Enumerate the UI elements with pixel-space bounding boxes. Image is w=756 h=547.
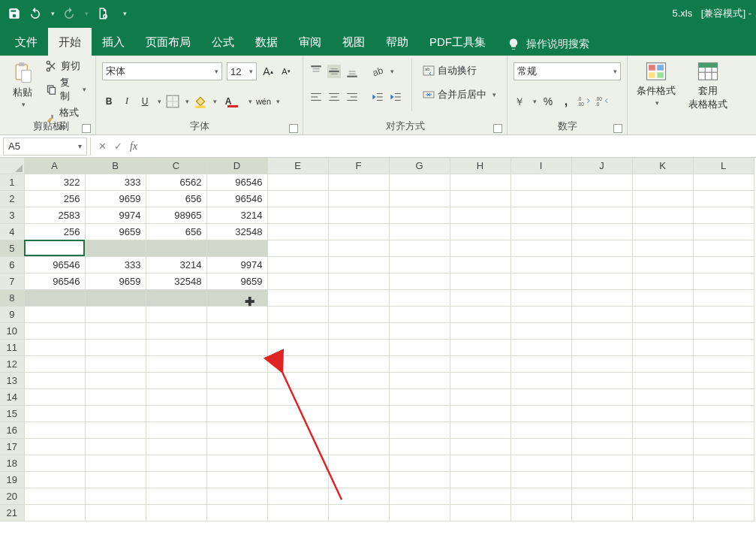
cell-H17[interactable] xyxy=(450,438,511,455)
cell-E7[interactable] xyxy=(267,273,328,289)
cell-C14[interactable] xyxy=(146,388,206,405)
cell-K2[interactable] xyxy=(632,190,693,207)
cell-L5[interactable] xyxy=(693,240,754,256)
cell-C2[interactable]: 656 xyxy=(146,190,206,207)
cell-F5[interactable] xyxy=(328,240,389,256)
merge-center-button[interactable]: 合并后居中▾ xyxy=(420,83,499,107)
cell-L20[interactable] xyxy=(693,488,754,504)
cell-K10[interactable] xyxy=(632,322,693,339)
cell-L13[interactable] xyxy=(693,372,754,388)
cell-J4[interactable] xyxy=(571,223,632,240)
cell-A8[interactable] xyxy=(24,289,85,306)
cell-L6[interactable] xyxy=(693,256,754,273)
align-right-icon[interactable] xyxy=(345,90,359,104)
cell-D19[interactable] xyxy=(206,471,267,488)
cell-B14[interactable] xyxy=(85,388,146,405)
spreadsheet-grid[interactable]: ABCDEFGHIJKL 132233365629654622569659656… xyxy=(0,158,754,521)
cell-A3[interactable]: 2583 xyxy=(24,207,85,223)
row-header-3[interactable]: 3 xyxy=(0,207,24,223)
cell-L1[interactable] xyxy=(693,174,754,190)
cell-L16[interactable] xyxy=(693,422,754,438)
cell-L7[interactable] xyxy=(693,273,754,289)
cell-D2[interactable]: 96546 xyxy=(206,190,267,207)
cell-C3[interactable]: 98965 xyxy=(146,207,206,223)
cell-D5[interactable] xyxy=(206,240,267,256)
cell-H20[interactable] xyxy=(450,488,511,504)
row-header-12[interactable]: 12 xyxy=(0,355,24,372)
cell-D7[interactable]: 9659 xyxy=(206,273,267,289)
tab-file[interactable]: 文件 xyxy=(5,28,48,56)
row-header-1[interactable]: 1 xyxy=(0,174,24,190)
cell-F2[interactable] xyxy=(328,190,389,207)
cell-A16[interactable] xyxy=(24,422,85,438)
print-preview-icon[interactable] xyxy=(96,7,110,20)
cell-J5[interactable] xyxy=(571,240,632,256)
cell-C20[interactable] xyxy=(146,488,206,504)
cell-D11[interactable] xyxy=(206,339,267,355)
underline-button[interactable]: U xyxy=(138,95,152,108)
border-button[interactable] xyxy=(166,95,179,108)
row-header-11[interactable]: 11 xyxy=(0,339,24,355)
cell-C1[interactable]: 6562 xyxy=(146,174,206,190)
cell-D3[interactable]: 3214 xyxy=(206,207,267,223)
cell-E5[interactable] xyxy=(267,240,328,256)
cell-B11[interactable] xyxy=(85,339,146,355)
cell-J1[interactable] xyxy=(571,174,632,190)
cell-H11[interactable] xyxy=(450,339,511,355)
cell-F10[interactable] xyxy=(328,322,389,339)
cell-L12[interactable] xyxy=(693,355,754,372)
cell-E6[interactable] xyxy=(267,256,328,273)
cell-A14[interactable] xyxy=(24,388,85,405)
font-launcher[interactable] xyxy=(289,124,298,133)
cell-F16[interactable] xyxy=(328,422,389,438)
row-header-15[interactable]: 15 xyxy=(0,405,24,422)
select-all-corner[interactable] xyxy=(0,158,24,174)
cell-D8[interactable] xyxy=(206,289,267,306)
cell-I10[interactable] xyxy=(511,322,571,339)
comma-button[interactable]: , xyxy=(559,95,573,108)
cell-D21[interactable] xyxy=(206,504,267,521)
cell-K1[interactable] xyxy=(632,174,693,190)
tab-data[interactable]: 数据 xyxy=(245,28,288,56)
cell-B20[interactable] xyxy=(85,488,146,504)
cell-J20[interactable] xyxy=(571,488,632,504)
align-middle-icon[interactable] xyxy=(327,65,341,78)
cell-A12[interactable] xyxy=(24,355,85,372)
cell-J12[interactable] xyxy=(571,355,632,372)
row-header-2[interactable]: 2 xyxy=(0,190,24,207)
cell-B3[interactable]: 9974 xyxy=(85,207,146,223)
percent-button[interactable]: % xyxy=(541,95,555,108)
decrease-decimal-icon[interactable]: .00.0 xyxy=(595,95,609,108)
cell-A9[interactable] xyxy=(24,306,85,322)
cell-H6[interactable] xyxy=(450,256,511,273)
cell-K16[interactable] xyxy=(632,422,693,438)
cell-I4[interactable] xyxy=(511,223,571,240)
col-header-C[interactable]: C xyxy=(146,158,206,174)
cell-F17[interactable] xyxy=(328,438,389,455)
cell-G12[interactable] xyxy=(389,355,450,372)
tab-insert[interactable]: 插入 xyxy=(92,28,135,56)
cell-G17[interactable] xyxy=(389,438,450,455)
align-top-icon[interactable] xyxy=(309,65,323,78)
cell-C4[interactable]: 656 xyxy=(146,223,206,240)
cell-L17[interactable] xyxy=(693,438,754,455)
tab-layout[interactable]: 页面布局 xyxy=(135,28,201,56)
cell-H5[interactable] xyxy=(450,240,511,256)
cell-G16[interactable] xyxy=(389,422,450,438)
row-header-20[interactable]: 20 xyxy=(0,488,24,504)
cell-D20[interactable] xyxy=(206,488,267,504)
cell-C10[interactable] xyxy=(146,322,206,339)
cell-I9[interactable] xyxy=(511,306,571,322)
cell-A15[interactable] xyxy=(24,405,85,422)
cell-B12[interactable] xyxy=(85,355,146,372)
cell-D15[interactable] xyxy=(206,405,267,422)
cell-K13[interactable] xyxy=(632,372,693,388)
cell-B4[interactable]: 9659 xyxy=(85,223,146,240)
row-header-17[interactable]: 17 xyxy=(0,438,24,455)
row-header-10[interactable]: 10 xyxy=(0,322,24,339)
cell-B13[interactable] xyxy=(85,372,146,388)
cell-K21[interactable] xyxy=(632,504,693,521)
cell-G15[interactable] xyxy=(389,405,450,422)
cell-B19[interactable] xyxy=(85,471,146,488)
cell-E17[interactable] xyxy=(267,438,328,455)
